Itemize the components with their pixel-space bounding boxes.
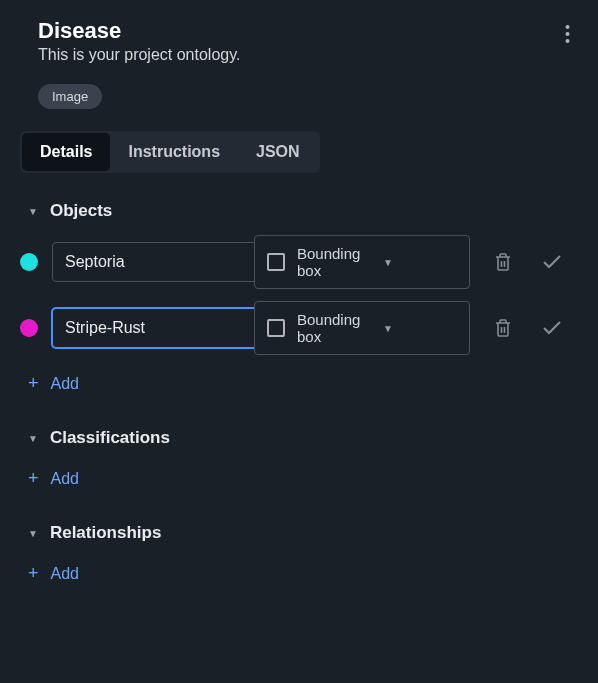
svg-point-2 <box>566 39 570 43</box>
trash-icon <box>494 252 512 272</box>
tab-json[interactable]: JSON <box>238 133 318 171</box>
classifications-section-title: Classifications <box>50 428 170 448</box>
svg-point-0 <box>566 25 570 29</box>
object-name-input[interactable] <box>52 242 278 282</box>
object-row: Bounding box ▼ <box>20 301 578 355</box>
delete-button[interactable] <box>488 246 518 278</box>
shape-select[interactable]: Bounding box ▼ <box>254 301 470 355</box>
chevron-down-icon: ▼ <box>383 257 457 268</box>
chevron-down-icon: ▼ <box>28 206 38 217</box>
add-label: Add <box>51 470 79 488</box>
objects-section-title: Objects <box>50 201 112 221</box>
add-classification-button[interactable]: + Add <box>20 462 87 495</box>
more-menu-button[interactable] <box>559 18 576 53</box>
chevron-down-icon: ▼ <box>28 433 38 444</box>
add-label: Add <box>51 565 79 583</box>
tab-details[interactable]: Details <box>22 133 110 171</box>
object-name-input[interactable] <box>52 308 278 348</box>
plus-icon: + <box>28 373 39 394</box>
plus-icon: + <box>28 468 39 489</box>
tab-bar: Details Instructions JSON <box>20 131 320 173</box>
classifications-section-header[interactable]: ▼ Classifications <box>20 428 578 448</box>
relationships-section-title: Relationships <box>50 523 161 543</box>
chevron-down-icon: ▼ <box>383 323 457 334</box>
shape-label: Bounding box <box>297 311 371 345</box>
page-subtitle: This is your project ontology. <box>38 46 240 64</box>
tab-instructions[interactable]: Instructions <box>110 133 238 171</box>
bounding-box-icon <box>267 319 285 337</box>
bounding-box-icon <box>267 253 285 271</box>
add-relationship-button[interactable]: + Add <box>20 557 87 590</box>
objects-section-header[interactable]: ▼ Objects <box>20 201 578 221</box>
confirm-button[interactable] <box>536 314 568 342</box>
page-title: Disease <box>38 18 240 44</box>
shape-select[interactable]: Bounding box ▼ <box>254 235 470 289</box>
add-object-button[interactable]: + Add <box>20 367 87 400</box>
color-swatch[interactable] <box>20 253 38 271</box>
add-label: Add <box>51 375 79 393</box>
shape-label: Bounding box <box>297 245 371 279</box>
check-icon <box>542 254 562 270</box>
media-type-badge: Image <box>38 84 102 109</box>
svg-point-1 <box>566 32 570 36</box>
chevron-down-icon: ▼ <box>28 528 38 539</box>
relationships-section-header[interactable]: ▼ Relationships <box>20 523 578 543</box>
delete-button[interactable] <box>488 312 518 344</box>
object-row: Bounding box ▼ <box>20 235 578 289</box>
more-vertical-icon <box>565 24 570 44</box>
color-swatch[interactable] <box>20 319 38 337</box>
check-icon <box>542 320 562 336</box>
confirm-button[interactable] <box>536 248 568 276</box>
trash-icon <box>494 318 512 338</box>
plus-icon: + <box>28 563 39 584</box>
